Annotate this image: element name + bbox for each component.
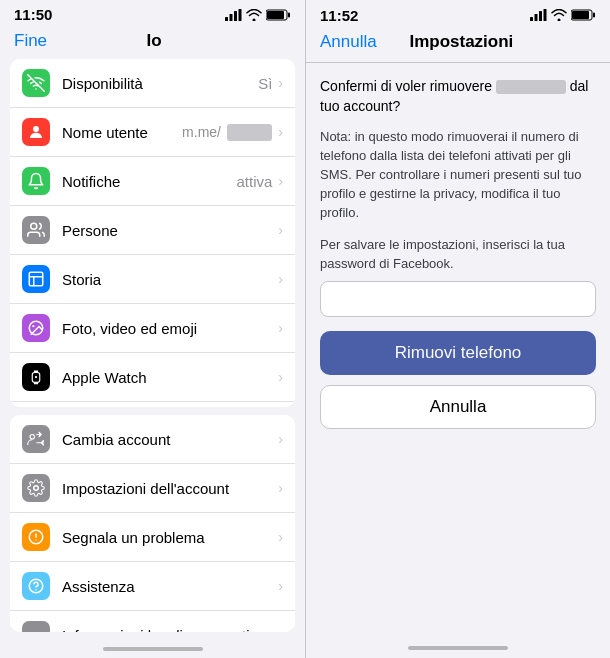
svg-rect-26 bbox=[530, 17, 533, 21]
svg-rect-29 bbox=[544, 9, 547, 21]
chevron-icon: › bbox=[278, 627, 283, 632]
status-bar-right: 11:52 bbox=[306, 0, 610, 28]
impostazioni-account-label: Impostazioni dell'account bbox=[62, 480, 278, 497]
home-indicator-right bbox=[306, 638, 610, 658]
modal-annulla-top[interactable]: Annulla bbox=[320, 32, 377, 52]
persone-icon bbox=[22, 216, 50, 244]
status-bar-left: 11:50 bbox=[0, 0, 305, 27]
svg-point-13 bbox=[35, 376, 37, 378]
home-bar-left bbox=[103, 647, 203, 651]
password-input[interactable] bbox=[320, 281, 596, 317]
nome-utente-label: Nome utente bbox=[62, 124, 182, 141]
list-item[interactable]: Conversazioni segrete › bbox=[10, 402, 295, 407]
list-item[interactable]: Disponibilità Sì › bbox=[10, 59, 295, 108]
nome-utente-prefix: m.me/ bbox=[182, 124, 221, 140]
apple-watch-label: Apple Watch bbox=[62, 369, 278, 386]
storia-label: Storia bbox=[62, 271, 278, 288]
foto-label: Foto, video ed emoji bbox=[62, 320, 278, 337]
svg-point-11 bbox=[32, 325, 34, 327]
remove-phone-button[interactable]: Rimuovi telefono bbox=[320, 331, 596, 375]
chevron-icon: › bbox=[278, 480, 283, 496]
modal-title: Impostazioni bbox=[409, 32, 513, 52]
svg-rect-31 bbox=[572, 11, 589, 19]
svg-point-16 bbox=[30, 435, 35, 440]
nome-utente-icon bbox=[22, 118, 50, 146]
wifi-icon-right bbox=[551, 9, 567, 21]
chevron-icon: › bbox=[278, 578, 283, 594]
signal-icon-right bbox=[530, 9, 547, 21]
chevron-icon: › bbox=[278, 222, 283, 238]
phone-number-blurred bbox=[496, 80, 566, 94]
notifiche-icon bbox=[22, 167, 50, 195]
info-legali-label: Informazioni legali e normative bbox=[62, 627, 278, 633]
status-icons-left bbox=[225, 9, 291, 21]
list-item[interactable]: Informazioni legali e normative › bbox=[10, 611, 295, 632]
notifiche-value: attiva bbox=[236, 173, 272, 190]
password-label: Per salvare le impostazioni, inserisci l… bbox=[320, 236, 596, 272]
list-item[interactable]: Storia › bbox=[10, 255, 295, 304]
svg-rect-6 bbox=[288, 12, 290, 17]
chevron-icon: › bbox=[278, 431, 283, 447]
svg-point-20 bbox=[35, 539, 37, 541]
note-text: Nota: in questo modo rimuoverai il numer… bbox=[320, 128, 596, 222]
assistenza-icon bbox=[22, 572, 50, 600]
list-item[interactable]: Notifiche attiva › bbox=[10, 157, 295, 206]
svg-point-7 bbox=[33, 126, 39, 132]
right-screen: 11:52 Annulla Impostazioni bbox=[305, 0, 610, 658]
segnala-icon bbox=[22, 523, 50, 551]
chevron-icon: › bbox=[278, 369, 283, 385]
svg-rect-1 bbox=[230, 14, 233, 21]
svg-point-17 bbox=[34, 486, 39, 491]
home-bar-right bbox=[408, 646, 508, 650]
time-right: 11:52 bbox=[320, 7, 358, 24]
status-icons-right bbox=[530, 9, 596, 21]
list-item[interactable]: Cambia account › bbox=[10, 415, 295, 464]
segnala-label: Segnala un problema bbox=[62, 529, 278, 546]
foto-icon bbox=[22, 314, 50, 342]
cancel-button[interactable]: Annulla bbox=[320, 385, 596, 429]
left-screen: 11:50 Fine Io bbox=[0, 0, 305, 658]
info-legali-icon bbox=[22, 621, 50, 632]
time-left: 11:50 bbox=[14, 6, 52, 23]
modal-nav-bar: Annulla Impostazioni bbox=[306, 28, 610, 63]
confirm-text: Confermi di voler rimuovere dal tuo acco… bbox=[320, 77, 596, 116]
svg-rect-9 bbox=[29, 272, 43, 286]
list-item[interactable]: Foto, video ed emoji › bbox=[10, 304, 295, 353]
list-item[interactable]: Impostazioni dell'account › bbox=[10, 464, 295, 513]
settings-section-1: Disponibilità Sì › Nome utente m.me/ › N… bbox=[10, 59, 295, 407]
settings-section-2: Cambia account › Impostazioni dell'accou… bbox=[10, 415, 295, 632]
chevron-icon: › bbox=[278, 529, 283, 545]
impostazioni-account-icon bbox=[22, 474, 50, 502]
battery-icon bbox=[266, 9, 291, 21]
battery-icon-right bbox=[571, 9, 596, 21]
chevron-icon: › bbox=[278, 124, 283, 140]
list-item[interactable]: Apple Watch › bbox=[10, 353, 295, 402]
disponibilita-icon bbox=[22, 69, 50, 97]
signal-icon bbox=[225, 9, 242, 21]
list-item[interactable]: Nome utente m.me/ › bbox=[10, 108, 295, 157]
persone-label: Persone bbox=[62, 222, 278, 239]
assistenza-label: Assistenza bbox=[62, 578, 278, 595]
chevron-icon: › bbox=[278, 271, 283, 287]
disponibilita-value: Sì bbox=[258, 75, 272, 92]
chevron-icon: › bbox=[278, 173, 283, 189]
svg-point-8 bbox=[31, 223, 37, 229]
storia-icon bbox=[22, 265, 50, 293]
svg-rect-28 bbox=[539, 11, 542, 21]
wifi-icon bbox=[246, 9, 262, 21]
cambia-account-label: Cambia account bbox=[62, 431, 278, 448]
cambia-account-icon bbox=[22, 425, 50, 453]
disponibilita-label: Disponibilità bbox=[62, 75, 258, 92]
list-item[interactable]: Persone › bbox=[10, 206, 295, 255]
nav-bar-left: Fine Io bbox=[0, 27, 305, 59]
svg-rect-0 bbox=[225, 17, 228, 21]
svg-rect-3 bbox=[239, 9, 242, 21]
list-item[interactable]: Segnala un problema › bbox=[10, 513, 295, 562]
svg-point-22 bbox=[35, 589, 37, 591]
list-item[interactable]: Assistenza › bbox=[10, 562, 295, 611]
fine-button[interactable]: Fine bbox=[14, 31, 47, 51]
left-title: Io bbox=[146, 31, 161, 51]
chevron-icon: › bbox=[278, 75, 283, 91]
svg-rect-32 bbox=[593, 13, 595, 18]
modal-content: Confermi di voler rimuovere dal tuo acco… bbox=[306, 63, 610, 638]
